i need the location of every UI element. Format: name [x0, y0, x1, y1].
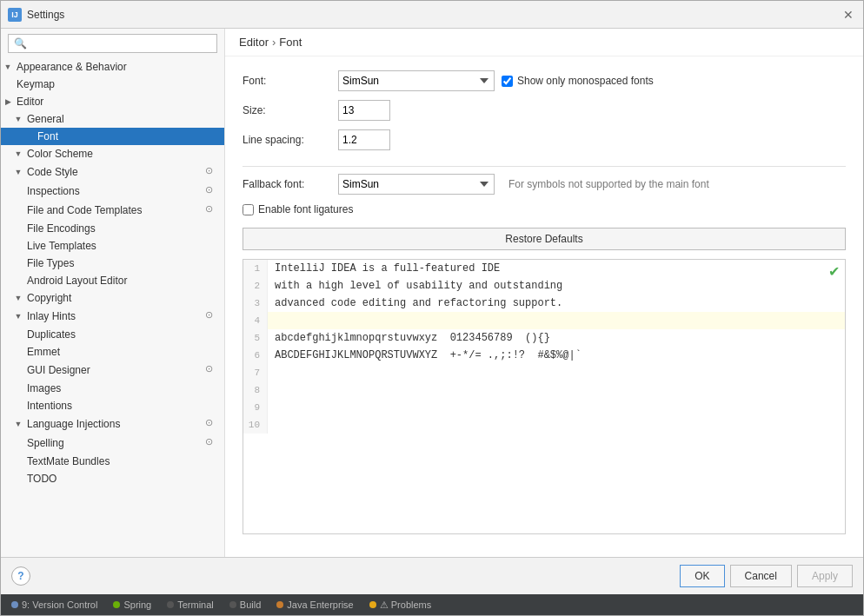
line-content	[268, 416, 845, 434]
restore-defaults-button[interactable]: Restore Defaults	[243, 228, 846, 250]
copy-icon: ⊙	[205, 184, 219, 198]
sidebar-item-textmate-bundles[interactable]: TextMate Bundles	[1, 453, 224, 470]
preview-line: 2 with a high level of usability and out…	[243, 277, 845, 295]
taskbar-item-problems[interactable]: ⚠ Problems	[362, 598, 439, 613]
preview-line: 9	[243, 399, 845, 416]
tree-arrow: ▼	[11, 294, 25, 302]
ligatures-checkbox[interactable]	[243, 204, 254, 215]
show-monospaced-text: Show only monospaced fonts	[517, 75, 654, 87]
sidebar-item-label: Android Layout Editor	[25, 275, 224, 287]
tree-arrow: ▼	[11, 168, 25, 176]
sidebar-item-code-style[interactable]: ▼Code Style⊙	[1, 162, 224, 182]
preview-line: 6 ABCDEFGHIJKLMNOPQRSTUVWXYZ +-*/= .,;:!…	[243, 347, 845, 364]
sidebar-item-label: Inspections	[25, 185, 205, 197]
taskbar-item-version-control[interactable]: 9: Version Control	[4, 598, 104, 612]
preview-line: 10	[243, 416, 845, 434]
sidebar-item-label: Code Style	[25, 166, 205, 178]
sidebar-item-keymap[interactable]: Keymap	[1, 76, 224, 93]
taskbar-item-terminal[interactable]: Terminal	[160, 598, 221, 612]
preview-line: 7	[243, 364, 845, 381]
sidebar-item-emmet[interactable]: Emmet	[1, 343, 224, 361]
sidebar-item-file-encodings[interactable]: File Encodings	[1, 220, 224, 237]
show-monospaced-checkbox[interactable]	[502, 76, 513, 87]
close-button[interactable]: ✕	[841, 7, 856, 23]
preview-line: 5 abcdefghijklmnopqrstuvwxyz 0123456789 …	[243, 329, 845, 347]
apply-button[interactable]: Apply	[797, 565, 853, 587]
help-button[interactable]: ?	[11, 566, 30, 586]
line-number: 7	[243, 364, 268, 381]
sidebar-item-general[interactable]: ▼General	[1, 110, 224, 128]
font-dropdown[interactable]: SimSunConsolasCourier NewDejaVu Sans Mon…	[338, 70, 495, 91]
taskbar-dot	[113, 601, 120, 608]
right-panel: Editor › Font Font: SimSunConsolasCourie…	[225, 29, 863, 557]
preview-panel: 1 IntelliJ IDEA is a full-featured IDE 2…	[243, 259, 846, 534]
sidebar-item-inspections[interactable]: Inspections⊙	[1, 182, 224, 201]
main-content: ▼Appearance & BehaviorKeymap▶Editor▼Gene…	[1, 29, 863, 557]
taskbar-label: Spring	[123, 599, 151, 610]
tree-arrow: ▼	[11, 115, 25, 123]
preview-line: 8	[243, 381, 845, 399]
sidebar-item-android-layout[interactable]: Android Layout Editor	[1, 272, 224, 289]
fallback-font-dropdown[interactable]: SimSunConsolasCourier NewDejaVu Sans Mon…	[338, 174, 495, 195]
line-content: abcdefghijklmnopqrstuvwxyz 0123456789 ()…	[268, 329, 845, 347]
line-content	[268, 381, 845, 399]
sidebar-item-color-scheme[interactable]: ▼Color Scheme	[1, 145, 224, 162]
sidebar-item-label: Live Templates	[25, 240, 224, 252]
line-number: 5	[243, 329, 268, 347]
app-icon: IJ	[8, 8, 22, 22]
sidebar-item-label: File and Code Templates	[25, 204, 205, 216]
sidebar-item-live-templates[interactable]: Live Templates	[1, 237, 224, 255]
search-input[interactable]	[8, 34, 217, 53]
sidebar-item-editor[interactable]: ▶Editor	[1, 93, 224, 110]
taskbar-item-spring[interactable]: Spring	[106, 598, 158, 612]
show-monospaced-label[interactable]: Show only monospaced fonts	[502, 75, 654, 87]
copy-icon: ⊙	[205, 417, 219, 431]
size-input[interactable]	[338, 100, 390, 121]
preview-line: 3 advanced code editing and refactoring …	[243, 295, 845, 312]
taskbar-item-build[interactable]: Build	[223, 598, 268, 612]
sidebar-item-label: TODO	[25, 473, 224, 485]
line-number: 4	[243, 312, 268, 329]
divider	[243, 166, 846, 167]
sidebar-item-label: Emmet	[25, 346, 224, 358]
sidebar-item-gui-designer[interactable]: GUI Designer⊙	[1, 361, 224, 380]
tree-arrow: ▼	[11, 149, 25, 158]
sidebar-item-copyright[interactable]: ▼Copyright	[1, 289, 224, 307]
taskbar: 9: Version Control Spring Terminal Build…	[1, 594, 863, 615]
sidebar-item-inlay-hints[interactable]: ▼Inlay Hints⊙	[1, 307, 224, 326]
taskbar-dot	[229, 601, 236, 608]
line-spacing-input[interactable]	[338, 129, 390, 150]
preview-line: 4	[243, 312, 845, 329]
sidebar-item-font[interactable]: Font	[1, 128, 224, 145]
line-number: 8	[243, 381, 268, 399]
sidebar-item-todo[interactable]: TODO	[1, 470, 224, 487]
line-number: 9	[243, 399, 268, 416]
sidebar-item-label: Editor	[15, 96, 224, 108]
sidebar-item-duplicates[interactable]: Duplicates	[1, 326, 224, 343]
tree-container: ▼Appearance & BehaviorKeymap▶Editor▼Gene…	[1, 58, 224, 487]
sidebar-item-label: Spelling	[25, 437, 205, 449]
sidebar-item-images[interactable]: Images	[1, 380, 224, 397]
taskbar-item-java-enterprise[interactable]: Java Enterprise	[269, 598, 360, 612]
size-control	[338, 100, 390, 121]
sidebar-item-file-code-templates[interactable]: File and Code Templates⊙	[1, 201, 224, 220]
sidebar-item-language-injections[interactable]: ▼Language Injections⊙	[1, 414, 224, 434]
sidebar-item-file-types[interactable]: File Types	[1, 255, 224, 272]
sidebar-item-appearance[interactable]: ▼Appearance & Behavior	[1, 58, 224, 76]
sidebar-item-label: File Encodings	[25, 222, 224, 235]
line-content: advanced code editing and refactoring su…	[268, 295, 845, 312]
cancel-button[interactable]: Cancel	[730, 565, 792, 587]
ligatures-row: Enable font ligatures	[243, 203, 846, 215]
copy-icon: ⊙	[205, 363, 219, 377]
line-content	[268, 399, 845, 416]
ligatures-label[interactable]: Enable font ligatures	[243, 203, 353, 215]
size-row: Size:	[243, 100, 846, 121]
settings-content: Font: SimSunConsolasCourier NewDejaVu Sa…	[225, 56, 863, 557]
taskbar-dot	[369, 601, 376, 608]
sidebar-item-label: GUI Designer	[25, 364, 205, 376]
ok-button[interactable]: OK	[680, 565, 724, 587]
sidebar-item-spelling[interactable]: Spelling⊙	[1, 434, 224, 453]
line-spacing-row: Line spacing:	[243, 129, 846, 150]
sidebar-item-intentions[interactable]: Intentions	[1, 397, 224, 414]
taskbar-label: Java Enterprise	[287, 599, 353, 610]
